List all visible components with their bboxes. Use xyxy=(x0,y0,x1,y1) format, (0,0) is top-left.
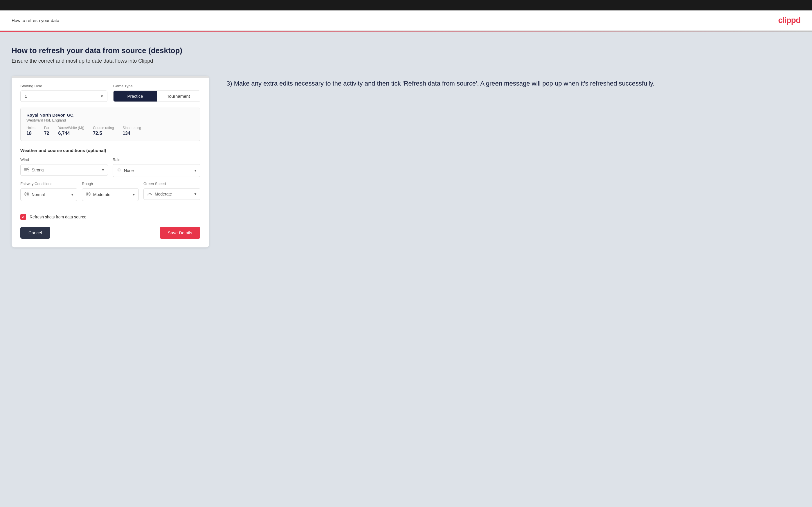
svg-point-8 xyxy=(87,193,89,195)
button-row: Cancel Save Details xyxy=(20,227,200,239)
slope-rating-label: Slope rating xyxy=(122,126,141,130)
top-bar xyxy=(0,0,812,10)
side-text-area: 3) Make any extra edits necessary to the… xyxy=(226,76,800,88)
green-speed-select[interactable]: Moderate ▼ xyxy=(143,188,200,200)
main-content: How to refresh your data from source (de… xyxy=(0,32,812,507)
rough-label: Rough xyxy=(82,181,139,186)
rain-value: None xyxy=(124,168,190,173)
header-title: How to refresh your data xyxy=(12,18,59,23)
fairway-chevron-icon: ▼ xyxy=(70,192,74,196)
green-speed-value: Moderate xyxy=(155,192,190,196)
logo: clippd xyxy=(778,16,800,25)
content-area: Starting Hole 1 ▼ Game Type Practice Tou… xyxy=(12,76,800,247)
yards-stat: Yards/White (M)) 6,744 xyxy=(58,126,84,136)
course-rating-label: Course rating xyxy=(93,126,114,130)
wind-value: Strong xyxy=(32,168,97,172)
course-stats: Holes 18 Par 72 Yards/White (M)) 6,744 C… xyxy=(27,126,194,136)
slope-rating-value: 134 xyxy=(122,131,141,136)
par-value: 72 xyxy=(44,131,50,136)
card: Starting Hole 1 ▼ Game Type Practice Tou… xyxy=(12,76,209,247)
holes-label: Holes xyxy=(27,126,36,130)
wind-field: Wind Strong ▼ xyxy=(20,158,108,177)
separator xyxy=(20,208,200,208)
conditions-row-2: Fairway Conditions Normal ▼ Rough xyxy=(20,181,200,201)
rain-icon xyxy=(116,167,122,174)
yards-value: 6,744 xyxy=(58,131,84,136)
par-stat: Par 72 xyxy=(44,126,50,136)
refresh-checkbox-label: Refresh shots from data source xyxy=(30,215,86,219)
header: How to refresh your data clippd xyxy=(0,10,812,31)
course-name: Royal North Devon GC, xyxy=(27,113,194,117)
starting-hole-chevron-icon: ▼ xyxy=(100,94,104,98)
rain-field: Rain None ▼ xyxy=(113,158,200,177)
cancel-button[interactable]: Cancel xyxy=(20,227,50,239)
course-rating-stat: Course rating 72.5 xyxy=(93,126,114,136)
wind-select[interactable]: Strong ▼ xyxy=(20,164,108,176)
course-info-box: Royal North Devon GC, Westward Ho!, Engl… xyxy=(20,108,200,141)
course-rating-value: 72.5 xyxy=(93,131,114,136)
holes-value: 18 xyxy=(27,131,36,136)
fairway-label: Fairway Conditions xyxy=(20,181,77,186)
rain-label: Rain xyxy=(113,158,200,162)
svg-point-0 xyxy=(118,169,120,171)
refresh-checkbox-row: Refresh shots from data source xyxy=(20,214,200,220)
slope-rating-stat: Slope rating 134 xyxy=(122,126,141,136)
conditions-section-title: Weather and course conditions (optional) xyxy=(20,148,200,153)
rain-select[interactable]: None ▼ xyxy=(113,164,200,177)
svg-point-7 xyxy=(86,192,90,196)
yards-label: Yards/White (M)) xyxy=(58,126,84,130)
green-speed-chevron-icon: ▼ xyxy=(194,192,197,196)
conditions-row-1: Wind Strong ▼ Rain N xyxy=(20,158,200,177)
wind-icon xyxy=(24,167,29,173)
rain-chevron-icon: ▼ xyxy=(194,169,197,173)
fairway-field: Fairway Conditions Normal ▼ xyxy=(20,181,77,201)
starting-hole-label: Starting Hole xyxy=(20,84,107,88)
game-type-label: Game Type xyxy=(113,84,200,88)
rough-icon xyxy=(86,191,91,198)
refresh-checkbox[interactable] xyxy=(20,214,26,220)
starting-hole-value: 1 xyxy=(20,91,107,102)
course-location: Westward Ho!, England xyxy=(27,118,194,122)
save-details-button[interactable]: Save Details xyxy=(160,227,200,239)
card-top-strip xyxy=(12,76,209,78)
par-label: Par xyxy=(44,126,50,130)
game-type-buttons: Practice Tournament xyxy=(113,91,200,102)
rough-select[interactable]: Moderate ▼ xyxy=(82,188,139,201)
game-type-field: Game Type Practice Tournament xyxy=(113,84,200,102)
starting-hole-game-type-row: Starting Hole 1 ▼ Game Type Practice Tou… xyxy=(20,84,200,102)
fairway-value: Normal xyxy=(32,192,66,197)
svg-line-9 xyxy=(150,193,151,195)
page-title: How to refresh your data from source (de… xyxy=(12,46,800,55)
wind-label: Wind xyxy=(20,158,108,162)
side-description: 3) Make any extra edits necessary to the… xyxy=(226,78,800,88)
rough-chevron-icon: ▼ xyxy=(132,192,136,196)
rough-field: Rough Moderate ▼ xyxy=(82,181,139,201)
starting-hole-select[interactable]: 1 ▼ xyxy=(20,91,107,102)
green-speed-icon xyxy=(147,191,152,196)
practice-button[interactable]: Practice xyxy=(113,91,157,102)
tournament-button[interactable]: Tournament xyxy=(157,91,200,102)
svg-point-5 xyxy=(25,192,29,196)
svg-point-6 xyxy=(26,193,28,195)
page-subtitle: Ensure the correct and most up to date d… xyxy=(12,58,800,64)
green-speed-label: Green Speed xyxy=(143,181,200,186)
rough-value: Moderate xyxy=(93,192,128,197)
green-speed-field: Green Speed Moderate ▼ xyxy=(143,181,200,201)
holes-stat: Holes 18 xyxy=(27,126,36,136)
fairway-icon xyxy=(24,191,29,198)
wind-chevron-icon: ▼ xyxy=(101,168,105,172)
fairway-select[interactable]: Normal ▼ xyxy=(20,188,77,201)
starting-hole-field: Starting Hole 1 ▼ xyxy=(20,84,107,102)
